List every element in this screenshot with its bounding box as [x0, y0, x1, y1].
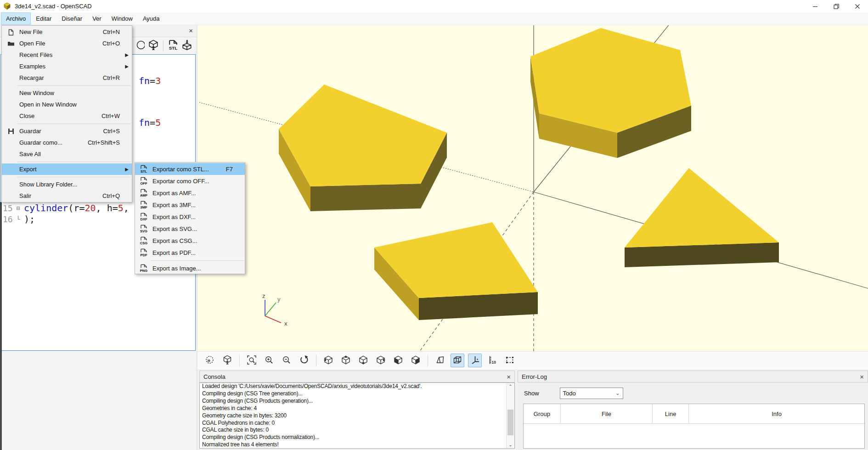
- menubar-item-label: Ver: [92, 15, 101, 22]
- code-token: 20: [85, 202, 96, 214]
- perspective-button[interactable]: [433, 354, 447, 367]
- save-icon: [6, 128, 17, 135]
- view-back-button[interactable]: [409, 354, 423, 367]
- scroll-up-icon[interactable]: ⌃: [507, 383, 514, 390]
- view-front-button[interactable]: [391, 354, 405, 367]
- reset-view-icon: [299, 355, 309, 366]
- menubar-item-archivo[interactable]: Archivo: [1, 12, 31, 25]
- column-header-group[interactable]: Group: [524, 404, 561, 423]
- menubar-item-label: Editar: [36, 15, 51, 22]
- menu-item-new-window[interactable]: New Window: [2, 87, 132, 99]
- preview-button[interactable]: »: [203, 354, 217, 367]
- new-file-icon: [6, 28, 17, 36]
- fold-marker-icon[interactable]: ⊟: [17, 205, 24, 212]
- menubar-item-diseñar[interactable]: Diseñar: [56, 12, 87, 25]
- error-log-close-icon[interactable]: ×: [860, 373, 864, 381]
- menu-item-export-as-3mf-[interactable]: 3MFExport as 3MF...: [135, 199, 245, 211]
- file-menu: New FileCtrl+NOpen FileCtrl+ORecent File…: [1, 25, 132, 202]
- view-bottom-button[interactable]: [356, 354, 370, 367]
- zoom-in-button[interactable]: [262, 354, 276, 367]
- file-format-amf-icon: AMF: [138, 188, 150, 197]
- menubar-item-ayuda[interactable]: Ayuda: [138, 12, 165, 25]
- fold-marker-icon[interactable]: └: [17, 216, 24, 223]
- view-right-button[interactable]: [374, 354, 388, 367]
- menu-item-label: Export as CSG...: [152, 237, 197, 244]
- menu-item-save-all[interactable]: Save All: [2, 148, 132, 160]
- editor-close-icon[interactable]: ×: [189, 27, 193, 34]
- code-fragment: fn=3: [139, 75, 161, 86]
- 3d-viewport[interactable]: z y x: [197, 25, 868, 351]
- toolbar-separator: [316, 354, 316, 366]
- code-token: r: [73, 202, 79, 214]
- menu-item-guardar-como-[interactable]: Guardar como...Ctrl+Shift+S: [2, 137, 132, 148]
- menu-item-export[interactable]: Export▶: [2, 163, 132, 175]
- view-left-button[interactable]: [321, 354, 335, 367]
- menu-item-salir[interactable]: SalirCtrl+Q: [2, 190, 132, 202]
- view-boundary-button[interactable]: [503, 354, 517, 367]
- column-header-file[interactable]: File: [561, 404, 653, 423]
- line-number: 15: [1, 203, 17, 213]
- menubar-item-ver[interactable]: Ver: [87, 12, 107, 25]
- menu-item-label: Exportar como STL...: [152, 166, 209, 173]
- reset-view-button[interactable]: [297, 354, 311, 367]
- menu-item-label: Salir: [19, 192, 31, 199]
- menu-item-export-as-dxf-[interactable]: DXFExport as DXF...: [135, 211, 245, 223]
- menubar-item-window[interactable]: Window: [107, 12, 138, 25]
- view-top-button[interactable]: [339, 354, 353, 367]
- error-log-filter-row: Show Todo ⌄: [518, 382, 868, 404]
- svg-text:STL: STL: [169, 45, 177, 51]
- close-window-button[interactable]: [847, 0, 868, 12]
- zoom-all-button[interactable]: [245, 354, 259, 367]
- editor-print-button[interactable]: [180, 39, 194, 53]
- column-header-line[interactable]: Line: [653, 404, 689, 423]
- console-log[interactable]: Loaded design 'C:/Users/xavie/Documents/…: [199, 382, 515, 449]
- editor-export-stl-button[interactable]: STL: [166, 39, 180, 53]
- editor-preview-button[interactable]: [133, 39, 147, 53]
- preview-icon: [135, 40, 145, 51]
- menu-item-new-file[interactable]: New FileCtrl+N: [2, 26, 132, 38]
- scrollbar-thumb[interactable]: [507, 410, 513, 435]
- menu-item-export-as-csg-[interactable]: CSGExport as CSG...: [135, 235, 245, 247]
- menu-item-export-as-image-[interactable]: PNGExport as Image...: [135, 262, 245, 274]
- error-log-header[interactable]: Error-Log ×: [518, 371, 868, 382]
- view-right-icon: [376, 355, 386, 366]
- zoom-out-button[interactable]: [280, 354, 293, 367]
- menu-item-open-file[interactable]: Open FileCtrl+O: [2, 38, 132, 49]
- column-header-info[interactable]: Info: [689, 404, 864, 423]
- menu-item-recent-files[interactable]: Recent Files▶: [2, 49, 132, 61]
- scroll-down-icon[interactable]: ⌄: [507, 441, 514, 448]
- show-axes-button[interactable]: [468, 354, 482, 367]
- menubar-item-editar[interactable]: Editar: [31, 12, 56, 25]
- orthogonal-button[interactable]: [451, 354, 464, 367]
- svg-text:CSG: CSG: [140, 241, 147, 245]
- menu-item-label: Examples: [19, 63, 45, 70]
- menu-item-examples[interactable]: Examples▶: [2, 61, 132, 72]
- menu-item-show-library-folder-[interactable]: Show Library Folder...: [2, 179, 132, 190]
- menu-item-export-as-amf-[interactable]: AMFExport as AMF...: [135, 187, 245, 199]
- console-header[interactable]: Consola ×: [199, 371, 515, 382]
- view-back-icon: [411, 355, 421, 366]
- menu-item-recargar[interactable]: RecargarCtrl+R: [2, 72, 132, 84]
- console-scrollbar[interactable]: ⌃ ⌄: [506, 383, 514, 448]
- menu-item-label: Show Library Folder...: [19, 181, 77, 188]
- menu-item-exportar-como-stl-[interactable]: STLExportar como STL...F7: [135, 163, 245, 175]
- show-axes-icon: [470, 355, 480, 366]
- editor-render-button[interactable]: [147, 39, 160, 53]
- view-left-icon: [323, 355, 333, 366]
- menu-item-export-as-pdf-[interactable]: PDFExport as PDF...: [135, 247, 245, 259]
- render-button[interactable]: [220, 354, 234, 367]
- console-close-icon[interactable]: ×: [507, 373, 511, 381]
- file-format-png-icon: PNG: [138, 264, 150, 273]
- minimize-icon: [812, 4, 818, 9]
- menu-item-export-as-svg-[interactable]: SVGExport as SVG...: [135, 223, 245, 235]
- minimize-button[interactable]: [805, 0, 826, 12]
- separator-line: [17, 162, 131, 162]
- chevron-down-icon: ⌄: [615, 390, 620, 396]
- error-filter-dropdown[interactable]: Todo ⌄: [560, 388, 623, 399]
- menu-item-close[interactable]: CloseCtrl+W: [2, 110, 132, 122]
- menu-item-exportar-como-off-[interactable]: OFFExportar como OFF...: [135, 175, 245, 187]
- restore-button[interactable]: [826, 0, 847, 12]
- menu-item-guardar[interactable]: GuardarCtrl+S: [2, 125, 132, 137]
- menu-item-open-in-new-window[interactable]: Open in New Window: [2, 99, 132, 110]
- show-scale-markers-button[interactable]: 10: [485, 354, 499, 367]
